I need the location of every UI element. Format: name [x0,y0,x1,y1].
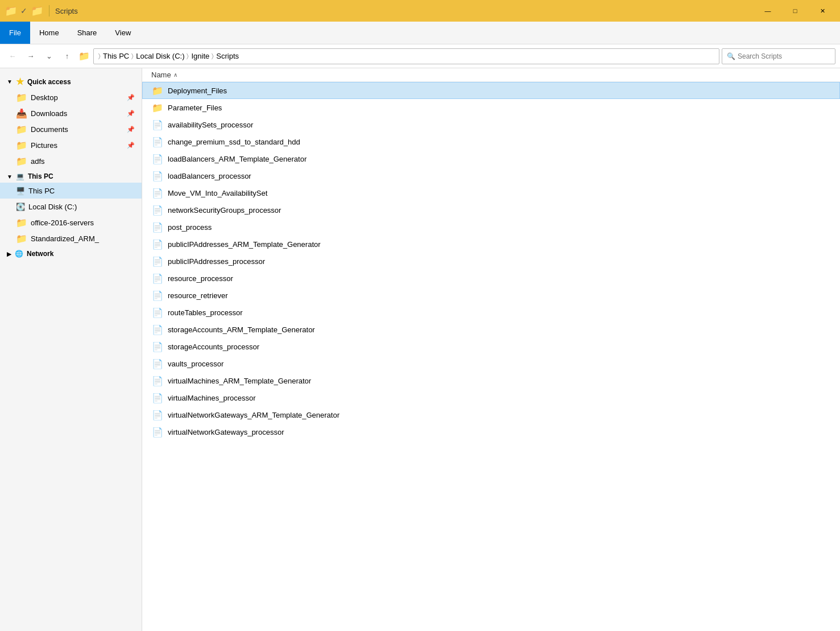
sidebar-item-documents[interactable]: 📁 Documents 📌 [0,121,142,137]
breadcrumb-sep-1: 〉 [131,52,134,60]
close-button[interactable]: ✕ [809,2,835,19]
table-row[interactable]: 📄 resource_processor [142,270,840,287]
sidebar-item-local-disk[interactable]: 💽 Local Disk (C:) [0,199,142,215]
script-icon: 📄 [152,307,163,318]
script-icon: 📄 [152,410,163,420]
up-button[interactable]: ↑ [59,48,75,64]
table-row[interactable]: 📄 loadBalancers_ARM_Template_Generator [142,150,840,167]
table-row[interactable]: 📄 post_process [142,218,840,236]
table-row[interactable]: 📄 virtualMachines_ARM_Template_Generator [142,372,840,389]
sidebar-item-label: adfs [31,157,45,166]
recent-locations-button[interactable]: ⌄ [41,48,57,64]
column-name-header[interactable]: Name [151,71,171,79]
sidebar-quick-access-header[interactable]: ▼ ★ Quick access [0,73,142,89]
chevron-down-icon: ▼ [7,79,13,85]
table-row[interactable]: 📄 routeTables_processor [142,304,840,321]
breadcrumb-sep-3: 〉 [212,52,214,60]
script-icon: 📄 [152,358,163,369]
table-row[interactable]: 📄 vaults_processor [142,355,840,372]
folder-icon: 📁 [16,217,27,228]
menu-tab-file[interactable]: File [0,22,30,44]
table-row[interactable]: 📁 Deployment_Files [142,82,840,99]
menu-bar: File Home Share View [0,22,840,44]
file-name: vaults_processor [168,360,224,368]
file-name: virtualMachines_ARM_Template_Generator [168,377,311,385]
table-row[interactable]: 📄 Move_VM_Into_AvailabilitySet [142,184,840,201]
file-name: loadBalancers_processor [168,172,251,180]
breadcrumb-sep-2: 〉 [187,52,189,60]
table-row[interactable]: 📄 change_premium_ssd_to_standard_hdd [142,133,840,150]
folder-icon: 📁 [152,102,163,113]
search-input[interactable] [738,52,830,60]
divider [49,5,49,17]
maximize-button[interactable]: □ [782,2,808,19]
sidebar-item-label: office-2016-servers [31,218,94,227]
breadcrumb-local-disk[interactable]: Local Disk (C:) [136,52,184,60]
table-row[interactable]: 📄 publicIPAddresses_ARM_Template_Generat… [142,236,840,253]
script-icon: 📄 [152,239,163,250]
table-row[interactable]: 📄 virtualMachines_processor [142,389,840,406]
script-icon: 📄 [152,393,163,403]
pin-icon: 📌 [127,142,135,149]
breadcrumb[interactable]: 〉 This PC 〉 Local Disk (C:) 〉 Ignite 〉 S… [93,48,719,64]
sidebar: ▼ ★ Quick access 📁 Desktop 📌 📥 Downloads… [0,68,142,631]
menu-tab-share[interactable]: Share [68,22,106,44]
file-name: routeTables_processor [168,308,243,317]
sidebar-item-desktop[interactable]: 📁 Desktop 📌 [0,89,142,105]
minimize-button[interactable]: — [755,2,781,19]
sidebar-this-pc-header[interactable]: ▼ 💻 This PC [0,169,142,183]
menu-tab-view[interactable]: View [106,22,140,44]
sidebar-item-label: Local Disk (C:) [28,203,77,211]
breadcrumb-scripts[interactable]: Scripts [216,52,239,60]
content-area: Name ∧ 📁 Deployment_Files 📁 Parameter_Fi… [142,68,840,631]
file-name: storageAccounts_ARM_Template_Generator [168,325,315,334]
content-header[interactable]: Name ∧ [142,68,840,82]
file-name: post_process [168,223,212,232]
file-name: change_premium_ssd_to_standard_hdd [168,138,300,146]
sidebar-item-pictures[interactable]: 📁 Pictures 📌 [0,137,142,153]
table-row[interactable]: 📄 loadBalancers_processor [142,167,840,184]
table-row[interactable]: 📄 availabilitySets_processor [142,116,840,133]
pin-icon: 📌 [127,94,135,101]
file-name: virtualNetworkGateways_ARM_Template_Gene… [168,411,340,419]
breadcrumb-this-pc[interactable]: This PC [103,52,129,60]
folder-icon: 📁 [16,140,27,151]
table-row[interactable]: 📄 networkSecurityGroups_processor [142,201,840,218]
table-row[interactable]: 📄 virtualNetworkGateways_ARM_Template_Ge… [142,406,840,423]
table-row[interactable]: 📄 virtualNetworkGateways_processor [142,423,840,440]
sidebar-item-adfs[interactable]: 📁 adfs [0,153,142,169]
file-name: virtualMachines_processor [168,394,256,402]
file-name: Parameter_Files [168,104,222,112]
monitor-icon: 🖥️ [16,187,25,195]
sidebar-item-label: Standardized_ARM_ [31,234,99,243]
sidebar-network-header[interactable]: ▶ 🌐 Network [0,246,142,260]
file-name: availabilitySets_processor [168,121,253,129]
script-icon: 📄 [152,273,163,284]
script-icon: 📄 [152,137,163,147]
script-icon: 📄 [152,119,163,130]
menu-tab-home[interactable]: Home [30,22,68,44]
file-name: Deployment_Files [168,86,227,95]
table-row[interactable]: 📄 storageAccounts_ARM_Template_Generator [142,321,840,338]
back-button[interactable]: ← [5,48,20,64]
table-row[interactable]: 📄 resource_retriever [142,287,840,304]
sidebar-item-label: Documents [31,125,68,134]
this-pc-label: This PC [28,172,53,180]
quick-access-icon: ✓ [20,6,27,15]
star-icon: ★ [16,76,24,87]
sidebar-item-downloads[interactable]: 📥 Downloads 📌 [0,105,142,121]
sidebar-item-office-servers[interactable]: 📁 office-2016-servers [0,215,142,230]
search-box[interactable]: 🔍 [722,48,835,64]
breadcrumb-ignite[interactable]: Ignite [191,52,209,60]
sidebar-item-label: This PC [28,187,55,195]
disk-icon: 💽 [16,203,25,211]
sidebar-item-this-pc[interactable]: 🖥️ This PC [0,183,142,199]
pin-icon: 📌 [127,126,135,133]
forward-button[interactable]: → [23,48,39,64]
table-row[interactable]: 📄 publicIPAddresses_processor [142,253,840,270]
table-row[interactable]: 📁 Parameter_Files [142,99,840,116]
script-icon: 📄 [152,376,163,386]
table-row[interactable]: 📄 storageAccounts_processor [142,338,840,355]
sidebar-item-standardized-arm[interactable]: 📁 Standardized_ARM_ [0,230,142,246]
chevron-down-icon: ▼ [7,174,13,180]
